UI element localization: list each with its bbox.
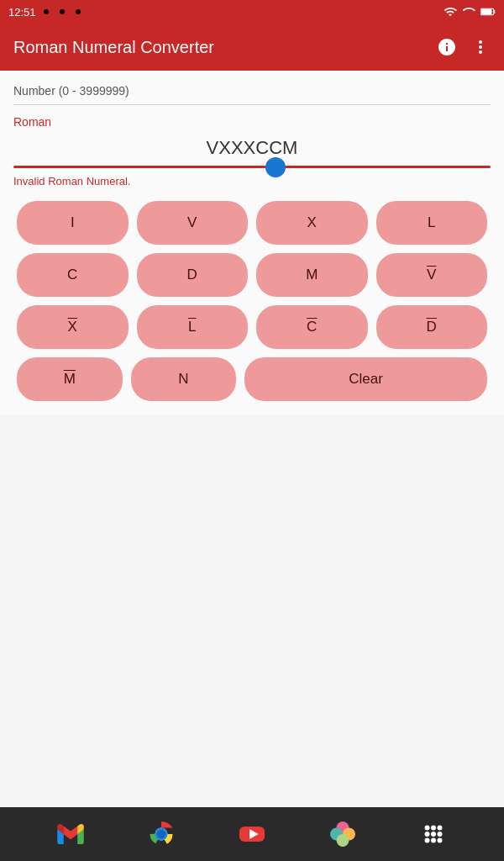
- key-I[interactable]: I: [17, 201, 129, 245]
- svg-point-13: [425, 832, 430, 837]
- alarm-icon: [56, 6, 68, 18]
- svg-point-18: [438, 838, 443, 843]
- key-L[interactable]: L: [376, 201, 488, 245]
- status-time: 12:51: [8, 6, 84, 18]
- keypad: I V X L C D M V X L C D M N Clear: [13, 201, 491, 401]
- clock: 12:51: [8, 6, 36, 18]
- keypad-row-2: C D M V: [17, 253, 487, 297]
- key-D[interactable]: D: [137, 253, 249, 297]
- key-D-overline[interactable]: D: [376, 305, 488, 349]
- svg-point-14: [431, 832, 436, 837]
- slider-track: [13, 166, 491, 168]
- app-title: Roman Numeral Converter: [13, 38, 437, 57]
- divider: [13, 104, 491, 105]
- nav-chrome[interactable]: [141, 814, 181, 854]
- svg-point-16: [425, 838, 430, 843]
- more-icon[interactable]: [470, 37, 491, 57]
- svg-point-17: [431, 838, 436, 843]
- slider-container[interactable]: [13, 166, 491, 168]
- battery-icon: [480, 7, 496, 17]
- svg-point-10: [425, 826, 430, 831]
- key-M-overline[interactable]: M: [17, 357, 123, 401]
- svg-rect-4: [494, 10, 496, 13]
- roman-value: VXXXCCM: [13, 134, 491, 162]
- nav-youtube[interactable]: [232, 814, 272, 854]
- roman-label: Roman: [13, 115, 491, 129]
- key-N[interactable]: N: [131, 357, 237, 401]
- info-icon[interactable]: [437, 37, 457, 57]
- clear-button[interactable]: Clear: [244, 357, 487, 401]
- key-C-overline[interactable]: C: [256, 305, 368, 349]
- keypad-row-4: M N Clear: [17, 357, 487, 401]
- svg-point-12: [438, 826, 443, 831]
- wifi-icon: [444, 5, 457, 18]
- status-icons: [444, 5, 496, 18]
- svg-rect-5: [481, 9, 492, 14]
- roman-display-area: VXXXCCM: [13, 134, 491, 168]
- key-V-overline[interactable]: V: [376, 253, 488, 297]
- signal-icon: [462, 5, 475, 18]
- nav-gmail[interactable]: [50, 814, 91, 854]
- svg-point-0: [44, 9, 49, 14]
- svg-point-1: [60, 9, 65, 14]
- key-X[interactable]: X: [256, 201, 368, 245]
- app-bar-icons: [437, 37, 491, 57]
- nav-launcher[interactable]: [413, 814, 454, 854]
- keypad-row-3: X L C D: [17, 305, 487, 349]
- bottom-nav: [0, 807, 504, 861]
- nav-photos[interactable]: [323, 814, 363, 854]
- error-text: Invalid Roman Numeral.: [13, 175, 491, 188]
- key-C[interactable]: C: [17, 253, 129, 297]
- status-bar: 12:51: [0, 0, 504, 24]
- slider-thumb: [265, 157, 286, 177]
- number-label: Number (0 - 3999999): [13, 84, 491, 98]
- settings-icon: [72, 6, 84, 18]
- key-X-overline[interactable]: X: [17, 305, 129, 349]
- svg-point-11: [431, 826, 436, 831]
- svg-point-7: [157, 830, 166, 839]
- keypad-row-1: I V X L: [17, 201, 487, 245]
- notification-icon: [40, 6, 52, 18]
- svg-point-2: [76, 9, 81, 14]
- key-M[interactable]: M: [256, 253, 368, 297]
- app-bar: Roman Numeral Converter: [0, 24, 504, 71]
- main-content: Number (0 - 3999999) Roman VXXXCCM Inval…: [0, 71, 504, 415]
- key-V[interactable]: V: [137, 201, 249, 245]
- key-L-overline[interactable]: L: [137, 305, 249, 349]
- svg-point-15: [438, 832, 443, 837]
